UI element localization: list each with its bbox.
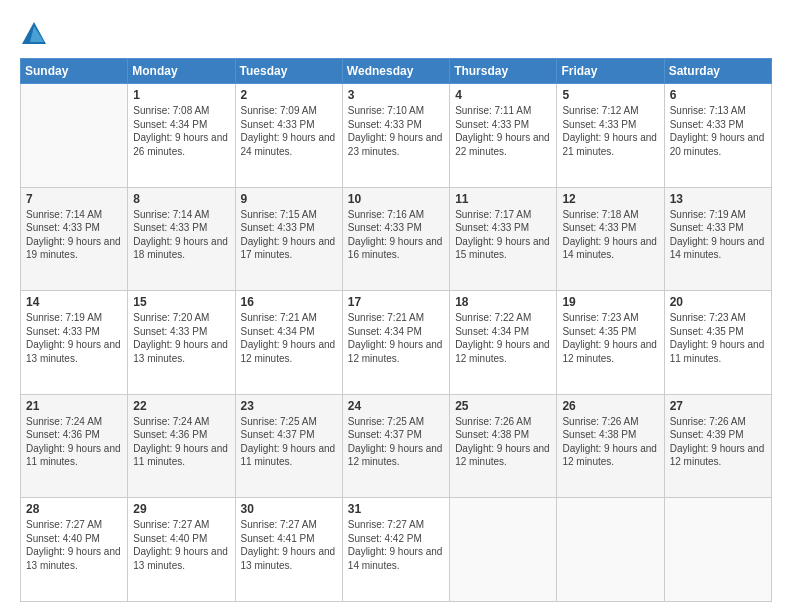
weekday-header-wednesday: Wednesday [342, 59, 449, 84]
calendar-cell [21, 84, 128, 188]
weekday-header-friday: Friday [557, 59, 664, 84]
day-number: 29 [133, 502, 229, 516]
day-info: Sunrise: 7:27 AMSunset: 4:41 PMDaylight:… [241, 518, 337, 572]
day-info: Sunrise: 7:19 AMSunset: 4:33 PMDaylight:… [670, 208, 766, 262]
day-info: Sunrise: 7:24 AMSunset: 4:36 PMDaylight:… [26, 415, 122, 469]
calendar-table: SundayMondayTuesdayWednesdayThursdayFrid… [20, 58, 772, 602]
calendar-cell: 9Sunrise: 7:15 AMSunset: 4:33 PMDaylight… [235, 187, 342, 291]
calendar-cell: 11Sunrise: 7:17 AMSunset: 4:33 PMDayligh… [450, 187, 557, 291]
day-number: 28 [26, 502, 122, 516]
day-info: Sunrise: 7:13 AMSunset: 4:33 PMDaylight:… [670, 104, 766, 158]
calendar-cell: 15Sunrise: 7:20 AMSunset: 4:33 PMDayligh… [128, 291, 235, 395]
day-number: 11 [455, 192, 551, 206]
header [20, 16, 772, 48]
day-number: 25 [455, 399, 551, 413]
calendar-cell: 7Sunrise: 7:14 AMSunset: 4:33 PMDaylight… [21, 187, 128, 291]
day-number: 23 [241, 399, 337, 413]
day-info: Sunrise: 7:15 AMSunset: 4:33 PMDaylight:… [241, 208, 337, 262]
day-info: Sunrise: 7:16 AMSunset: 4:33 PMDaylight:… [348, 208, 444, 262]
day-info: Sunrise: 7:24 AMSunset: 4:36 PMDaylight:… [133, 415, 229, 469]
day-info: Sunrise: 7:26 AMSunset: 4:39 PMDaylight:… [670, 415, 766, 469]
day-info: Sunrise: 7:12 AMSunset: 4:33 PMDaylight:… [562, 104, 658, 158]
logo [20, 20, 52, 48]
calendar-cell: 30Sunrise: 7:27 AMSunset: 4:41 PMDayligh… [235, 498, 342, 602]
day-info: Sunrise: 7:27 AMSunset: 4:40 PMDaylight:… [26, 518, 122, 572]
day-number: 19 [562, 295, 658, 309]
day-info: Sunrise: 7:21 AMSunset: 4:34 PMDaylight:… [241, 311, 337, 365]
calendar-cell: 16Sunrise: 7:21 AMSunset: 4:34 PMDayligh… [235, 291, 342, 395]
calendar-week-2: 7Sunrise: 7:14 AMSunset: 4:33 PMDaylight… [21, 187, 772, 291]
day-info: Sunrise: 7:17 AMSunset: 4:33 PMDaylight:… [455, 208, 551, 262]
calendar-cell: 21Sunrise: 7:24 AMSunset: 4:36 PMDayligh… [21, 394, 128, 498]
calendar-cell: 24Sunrise: 7:25 AMSunset: 4:37 PMDayligh… [342, 394, 449, 498]
calendar-cell: 28Sunrise: 7:27 AMSunset: 4:40 PMDayligh… [21, 498, 128, 602]
day-number: 10 [348, 192, 444, 206]
day-info: Sunrise: 7:19 AMSunset: 4:33 PMDaylight:… [26, 311, 122, 365]
calendar-cell: 14Sunrise: 7:19 AMSunset: 4:33 PMDayligh… [21, 291, 128, 395]
day-number: 26 [562, 399, 658, 413]
day-number: 8 [133, 192, 229, 206]
calendar-cell: 20Sunrise: 7:23 AMSunset: 4:35 PMDayligh… [664, 291, 771, 395]
day-info: Sunrise: 7:23 AMSunset: 4:35 PMDaylight:… [670, 311, 766, 365]
day-number: 27 [670, 399, 766, 413]
day-number: 9 [241, 192, 337, 206]
calendar-cell [450, 498, 557, 602]
calendar-cell: 13Sunrise: 7:19 AMSunset: 4:33 PMDayligh… [664, 187, 771, 291]
day-number: 16 [241, 295, 337, 309]
calendar-week-5: 28Sunrise: 7:27 AMSunset: 4:40 PMDayligh… [21, 498, 772, 602]
weekday-header-saturday: Saturday [664, 59, 771, 84]
calendar-cell: 8Sunrise: 7:14 AMSunset: 4:33 PMDaylight… [128, 187, 235, 291]
day-number: 17 [348, 295, 444, 309]
day-number: 5 [562, 88, 658, 102]
weekday-header-sunday: Sunday [21, 59, 128, 84]
calendar-cell [557, 498, 664, 602]
day-number: 21 [26, 399, 122, 413]
calendar-cell: 25Sunrise: 7:26 AMSunset: 4:38 PMDayligh… [450, 394, 557, 498]
day-number: 20 [670, 295, 766, 309]
page-container: SundayMondayTuesdayWednesdayThursdayFrid… [0, 0, 792, 612]
weekday-header-row: SundayMondayTuesdayWednesdayThursdayFrid… [21, 59, 772, 84]
day-info: Sunrise: 7:27 AMSunset: 4:42 PMDaylight:… [348, 518, 444, 572]
day-info: Sunrise: 7:26 AMSunset: 4:38 PMDaylight:… [562, 415, 658, 469]
weekday-header-thursday: Thursday [450, 59, 557, 84]
weekday-header-monday: Monday [128, 59, 235, 84]
day-number: 4 [455, 88, 551, 102]
calendar-cell: 2Sunrise: 7:09 AMSunset: 4:33 PMDaylight… [235, 84, 342, 188]
weekday-header-tuesday: Tuesday [235, 59, 342, 84]
calendar-cell: 31Sunrise: 7:27 AMSunset: 4:42 PMDayligh… [342, 498, 449, 602]
day-info: Sunrise: 7:25 AMSunset: 4:37 PMDaylight:… [241, 415, 337, 469]
day-number: 18 [455, 295, 551, 309]
day-info: Sunrise: 7:23 AMSunset: 4:35 PMDaylight:… [562, 311, 658, 365]
calendar-cell: 19Sunrise: 7:23 AMSunset: 4:35 PMDayligh… [557, 291, 664, 395]
day-number: 2 [241, 88, 337, 102]
day-number: 14 [26, 295, 122, 309]
day-info: Sunrise: 7:10 AMSunset: 4:33 PMDaylight:… [348, 104, 444, 158]
day-number: 1 [133, 88, 229, 102]
day-number: 24 [348, 399, 444, 413]
day-info: Sunrise: 7:08 AMSunset: 4:34 PMDaylight:… [133, 104, 229, 158]
calendar-cell [664, 498, 771, 602]
day-number: 13 [670, 192, 766, 206]
day-number: 31 [348, 502, 444, 516]
calendar-cell: 17Sunrise: 7:21 AMSunset: 4:34 PMDayligh… [342, 291, 449, 395]
day-number: 30 [241, 502, 337, 516]
day-info: Sunrise: 7:14 AMSunset: 4:33 PMDaylight:… [133, 208, 229, 262]
calendar-cell: 12Sunrise: 7:18 AMSunset: 4:33 PMDayligh… [557, 187, 664, 291]
day-info: Sunrise: 7:14 AMSunset: 4:33 PMDaylight:… [26, 208, 122, 262]
calendar-cell: 4Sunrise: 7:11 AMSunset: 4:33 PMDaylight… [450, 84, 557, 188]
day-info: Sunrise: 7:20 AMSunset: 4:33 PMDaylight:… [133, 311, 229, 365]
day-info: Sunrise: 7:25 AMSunset: 4:37 PMDaylight:… [348, 415, 444, 469]
calendar-cell: 3Sunrise: 7:10 AMSunset: 4:33 PMDaylight… [342, 84, 449, 188]
day-number: 12 [562, 192, 658, 206]
calendar-week-4: 21Sunrise: 7:24 AMSunset: 4:36 PMDayligh… [21, 394, 772, 498]
calendar-week-1: 1Sunrise: 7:08 AMSunset: 4:34 PMDaylight… [21, 84, 772, 188]
calendar-cell: 10Sunrise: 7:16 AMSunset: 4:33 PMDayligh… [342, 187, 449, 291]
calendar-cell: 27Sunrise: 7:26 AMSunset: 4:39 PMDayligh… [664, 394, 771, 498]
calendar-cell: 26Sunrise: 7:26 AMSunset: 4:38 PMDayligh… [557, 394, 664, 498]
calendar-cell: 5Sunrise: 7:12 AMSunset: 4:33 PMDaylight… [557, 84, 664, 188]
day-number: 22 [133, 399, 229, 413]
day-number: 3 [348, 88, 444, 102]
day-number: 15 [133, 295, 229, 309]
day-info: Sunrise: 7:22 AMSunset: 4:34 PMDaylight:… [455, 311, 551, 365]
calendar-cell: 29Sunrise: 7:27 AMSunset: 4:40 PMDayligh… [128, 498, 235, 602]
